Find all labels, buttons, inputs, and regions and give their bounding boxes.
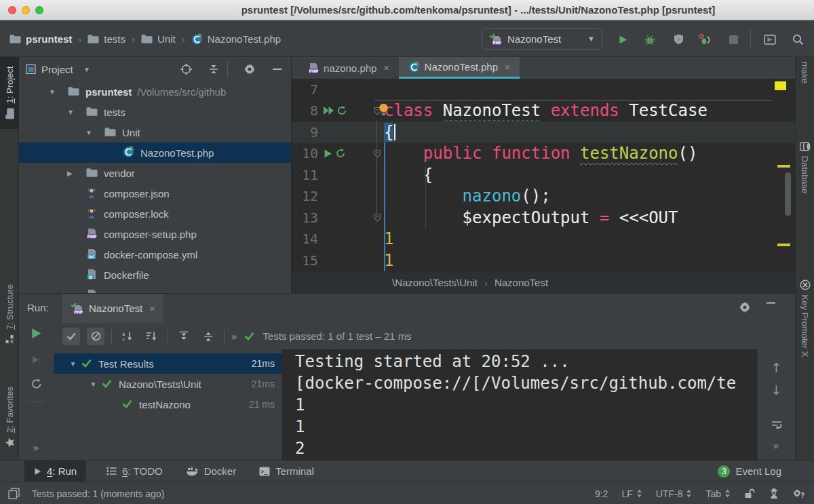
project-tree-item[interactable]: ▼tests [19, 102, 291, 122]
breadcrumb-item[interactable]: Unit [141, 33, 176, 45]
line-number[interactable]: 13 [292, 210, 318, 226]
project-tree-item[interactable]: DDockerfile [19, 265, 291, 285]
tree-expand-arrow[interactable]: ▼ [64, 360, 81, 368]
code-line-13[interactable]: 13 $expectOutput = <<<OUT [292, 207, 795, 229]
rerun-button[interactable] [30, 327, 43, 340]
stop-button[interactable] [724, 31, 742, 48]
toolwindow-button-6-todo[interactable]: 6: TODO [104, 461, 165, 482]
close-icon[interactable]: × [505, 62, 510, 73]
run-settings-gear-icon[interactable] [739, 302, 750, 313]
more-actions-chevron[interactable]: » [773, 440, 779, 451]
toolwindow-button-terminal[interactable]: >_Terminal [256, 461, 317, 482]
test-tree-item[interactable]: testNazono21 ms [54, 394, 282, 414]
run-configuration-select[interactable]: PHP NazonoTest ▼ [482, 28, 602, 50]
run-with-coverage-button[interactable] [670, 31, 687, 48]
intention-bulb-icon[interactable] [379, 103, 389, 116]
play-gutter-icon[interactable] [323, 149, 333, 159]
tree-expand-arrow[interactable]: ▶ [66, 170, 86, 177]
line-number[interactable]: 10 [292, 145, 318, 161]
indent-select[interactable]: Tab [705, 488, 731, 499]
line-number[interactable]: 7 [292, 81, 318, 98]
toolwindow-button-docker[interactable]: Docker [183, 461, 239, 482]
line-number[interactable]: 14 [292, 231, 318, 247]
debug-button[interactable] [641, 31, 659, 48]
breadcrumb-item[interactable]: psruntest [9, 33, 72, 45]
toolwindow-button-database[interactable]: Database [796, 117, 814, 218]
toolwindow-button-2-favorites[interactable]: 2: Favorites [0, 377, 19, 457]
highlighting-level-icon[interactable] [769, 488, 779, 499]
doubleplay-gutter-icon[interactable] [323, 106, 334, 115]
tree-expand-arrow[interactable]: ▼ [85, 381, 102, 388]
breadcrumb-item[interactable]: tests [88, 33, 125, 45]
breadcrumb-namespace[interactable]: \Nazono\Tests\Unit [392, 277, 478, 288]
hide-run-panel-button[interactable] [767, 302, 775, 304]
gear-icon[interactable] [244, 64, 255, 75]
ide-updates-icon[interactable]: ? [793, 488, 805, 499]
zoom-window-button[interactable] [35, 6, 43, 14]
collapse-all-button[interactable] [204, 331, 213, 341]
expand-all-button[interactable] [179, 331, 189, 341]
caret-position[interactable]: 9:2 [595, 488, 608, 499]
line-number[interactable]: 8 [292, 102, 318, 119]
project-tree-item[interactable]: PHPcomposer-setup.php [19, 224, 291, 244]
line-number[interactable]: 11 [292, 167, 318, 183]
project-tree-item[interactable]: ▼Unit [19, 122, 291, 142]
editor-tab-nazono.php[interactable]: PHPnazono.php× [298, 57, 399, 79]
editor-tab-nazonotest.php[interactable]: NazonoTest.php× [399, 57, 520, 79]
project-panel-title[interactable]: Project [41, 63, 73, 75]
toolwindow-button-4-run[interactable]: 4: Run [24, 461, 86, 482]
soft-wrap-icon[interactable] [771, 420, 782, 430]
line-number[interactable]: 9 [292, 124, 318, 140]
rerun-gutter-icon[interactable] [336, 149, 345, 158]
code-line-8[interactable]: 8class NazonoTest extends TestCase [292, 100, 795, 122]
project-tree-item[interactable]: composer.json [19, 183, 291, 203]
event-log-button[interactable]: 3Event Log [718, 465, 781, 478]
encoding-select[interactable]: UTF-8 [656, 488, 693, 499]
project-tree-item[interactable]: PHP [19, 285, 291, 293]
run-anything-button[interactable] [761, 31, 779, 48]
code-line-10[interactable]: 10 public function testNazono() [292, 143, 795, 165]
tree-expand-arrow[interactable]: ▼ [84, 129, 104, 136]
line-number[interactable]: 15 [292, 252, 318, 269]
project-tree-item[interactable]: NazonoTest.php [19, 142, 291, 163]
scroll-down-icon[interactable]: ↓ [771, 384, 782, 397]
tree-expand-arrow[interactable]: ▼ [66, 109, 86, 116]
fold-marker-icon[interactable] [374, 149, 381, 158]
fold-marker-icon[interactable] [374, 213, 381, 222]
more-actions-chevron[interactable]: » [231, 330, 237, 342]
test-console-output[interactable]: Testing started at 20:52 ...[docker-comp… [282, 349, 758, 460]
close-icon[interactable]: × [149, 303, 155, 314]
project-tree-item[interactable]: DCdocker-compose.yml [19, 244, 291, 265]
project-tree-item[interactable]: ▼psruntest/Volumes/src/github [19, 81, 291, 102]
toolwindow-switcher-icon[interactable] [8, 488, 20, 499]
breadcrumb-item[interactable]: NazonoTest.php [191, 33, 281, 45]
line-separator-select[interactable]: LF [621, 488, 642, 499]
code-area[interactable]: 78class NazonoTest extends TestCase9{10 … [292, 79, 795, 271]
test-tree-item[interactable]: ▼Test Results21ms [54, 353, 282, 374]
rerun-gutter-icon[interactable] [337, 106, 347, 115]
show-ignored-toggle[interactable] [91, 331, 101, 341]
hide-panel-button[interactable] [273, 68, 282, 70]
locate-file-button[interactable] [180, 63, 192, 75]
code-line-14[interactable]: 141 [292, 229, 795, 250]
code-line-9[interactable]: 9{ [292, 121, 795, 143]
project-tree-item[interactable]: ▶vendor [19, 163, 291, 183]
sort-by-duration-button[interactable] [147, 331, 157, 341]
toolwindow-button-7-structure[interactable]: 7: Structure [0, 274, 19, 354]
line-number[interactable]: 12 [292, 188, 318, 204]
close-icon[interactable]: × [383, 62, 389, 73]
toolwindow-button-key-promoter-x[interactable]: Key Promoter X [796, 258, 814, 379]
code-line-11[interactable]: 11 { [292, 164, 795, 186]
collapse-all-button[interactable] [209, 64, 218, 74]
tree-expand-arrow[interactable]: ▼ [47, 88, 68, 96]
readonly-lock-icon[interactable] [744, 488, 755, 499]
toggle-auto-test-button[interactable] [31, 379, 42, 389]
test-tree-item[interactable]: ▼Nazono\Tests\Unit21ms [54, 374, 282, 394]
attach-debugger-button[interactable] [696, 31, 714, 48]
run-button[interactable] [614, 31, 632, 48]
code-line-7[interactable]: 7 [292, 79, 795, 100]
sort-alphabetically-button[interactable]: az [122, 331, 133, 341]
more-actions-chevron[interactable]: » [33, 442, 39, 453]
show-passed-toggle[interactable] [66, 332, 76, 341]
breadcrumb-class[interactable]: NazonoTest [495, 277, 548, 288]
